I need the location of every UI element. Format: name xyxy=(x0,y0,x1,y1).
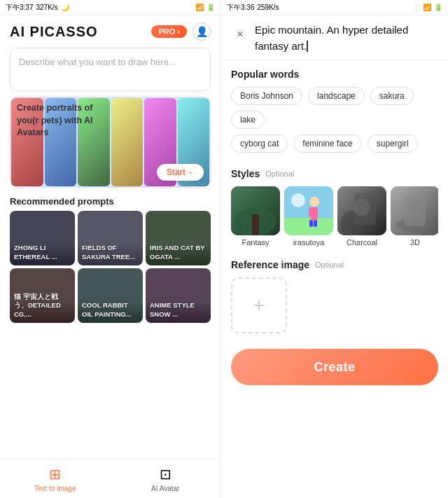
prompt-card-3[interactable]: IRIS AND CAT BY OGATA ... xyxy=(146,211,211,265)
prompt-card-1-text: ZHONG LI ETHEREAL ... xyxy=(14,244,71,261)
nav-text-to-image[interactable]: ⊞ Text to image xyxy=(0,462,111,497)
create-button[interactable]: Create xyxy=(231,349,438,385)
app-title: AI PICASSO xyxy=(10,24,98,40)
speed-right: 259K/s xyxy=(257,4,279,11)
battery-right: 🔋 xyxy=(434,4,442,11)
status-bar-left: 下午3:37 327K/s 🌙 📶 🔋 xyxy=(0,0,220,15)
reference-upload-box[interactable]: + xyxy=(231,277,287,333)
svg-point-7 xyxy=(309,197,319,207)
prompt-card-4[interactable]: 猫 宇宙人と戦う、DETAILED CG,... xyxy=(10,268,75,323)
status-left-right: 下午3:36 259K/s xyxy=(227,3,279,13)
popular-title: Popular words xyxy=(231,69,438,80)
app-header: AI PICASSO PRO › 👤 xyxy=(0,15,220,45)
left-panel: 下午3:37 327K/s 🌙 📶 🔋 AI PICASSO PRO › 👤 xyxy=(0,0,221,498)
prompt-card-6[interactable]: ANIME STYLE SNOW ... xyxy=(146,268,211,323)
prompt-card-5[interactable]: COOL RABBIT OIL PAINTING... xyxy=(78,268,143,323)
battery-left: 🔋 xyxy=(206,4,215,11)
speed-left: 327K/s xyxy=(36,4,57,11)
tags-row-2: cyborg cat feminine face supergirl xyxy=(231,134,438,153)
bottom-nav: ⊞ Text to image ⊡ AI Avatar xyxy=(0,459,220,498)
tag-landscape[interactable]: landscape xyxy=(308,87,365,105)
style-thumb-charcoal xyxy=(337,186,386,235)
style-irasutoya-label: irasutoya xyxy=(293,238,325,247)
prompt-card-1[interactable]: ZHONG LI ETHEREAL ... xyxy=(10,211,75,265)
user-avatar[interactable]: 👤 xyxy=(192,22,211,41)
style-irasutoya[interactable]: irasutoya xyxy=(284,186,333,247)
svg-rect-12 xyxy=(314,220,317,227)
svg-point-16 xyxy=(354,199,370,216)
prompt-placeholder: Describe what you want to draw here... xyxy=(19,57,176,67)
svg-rect-5 xyxy=(284,218,333,235)
signal-icons-right: 📶 xyxy=(423,4,431,11)
prompt-card-3-text: IRIS AND CAT BY OGATA ... xyxy=(150,244,206,261)
avatar-thumb-4 xyxy=(111,98,144,186)
start-button[interactable]: Start→ xyxy=(157,164,204,181)
prompt-card-2-text: FIELDS OF SAKURA TREE... xyxy=(82,244,139,261)
tag-lake[interactable]: lake xyxy=(231,111,265,129)
popular-section: Popular words Boris Johnson landscape sa… xyxy=(221,60,448,161)
style-fantasy[interactable]: Fantasy xyxy=(231,186,280,247)
svg-rect-9 xyxy=(309,207,313,217)
avatar-promo-banner: Create portraits of you(r pets) with AI … xyxy=(10,97,211,188)
signal-icons-left: 📶 xyxy=(195,4,204,11)
tag-supergirl[interactable]: supergirl xyxy=(368,134,418,153)
pro-arrow-icon: › xyxy=(177,27,180,36)
search-content: Epic mountain. An hyper detailed fantasy… xyxy=(255,24,408,52)
prompt-card-2[interactable]: FIELDS OF SAKURA TREE... xyxy=(78,211,143,265)
pro-badge[interactable]: PRO › xyxy=(151,25,187,38)
person-icon: 👤 xyxy=(196,26,208,37)
ai-avatar-icon: ⊡ xyxy=(160,466,172,483)
svg-rect-11 xyxy=(309,220,313,227)
ai-avatar-label: AI Avatar xyxy=(151,485,179,492)
tag-cyborg-cat[interactable]: cyborg cat xyxy=(231,134,288,153)
svg-point-6 xyxy=(291,193,305,207)
style-3d[interactable]: 3D xyxy=(391,186,438,247)
styles-title: Styles Optional xyxy=(231,168,438,179)
moon-icon: 🌙 xyxy=(61,4,69,11)
time-left: 下午3:37 xyxy=(6,3,33,13)
svg-rect-10 xyxy=(314,207,318,217)
style-charcoal[interactable]: Charcoal xyxy=(337,186,386,247)
prompts-grid: ZHONG LI ETHEREAL ... FIELDS OF SAKURA T… xyxy=(0,211,220,323)
create-btn-area: Create xyxy=(221,342,448,396)
reference-section: Reference image Optional + xyxy=(221,252,448,342)
recommended-label: Recommended prompts xyxy=(0,193,220,211)
style-fantasy-label: Fantasy xyxy=(241,238,269,247)
styles-row: Fantasy xyxy=(231,186,438,249)
style-thumb-fantasy xyxy=(231,186,280,235)
plus-icon: + xyxy=(253,294,265,317)
styles-section: Styles Optional xyxy=(221,161,448,252)
text-cursor xyxy=(307,41,308,52)
style-thumb-3d xyxy=(391,186,438,235)
status-right-left: 📶 🔋 xyxy=(195,4,215,11)
reference-optional: Optional xyxy=(315,261,344,269)
styles-optional: Optional xyxy=(265,170,294,178)
tags-row-1: Boris Johnson landscape sakura lake xyxy=(231,87,438,129)
status-right-right: 📶 🔋 xyxy=(423,4,442,11)
prompt-input[interactable]: Describe what you want to draw here... xyxy=(10,48,211,91)
text-to-image-icon: ⊞ xyxy=(49,466,61,483)
right-panel: 下午3:36 259K/s 📶 🔋 × Epic mountain. An hy… xyxy=(221,0,448,498)
style-thumb-irasutoya xyxy=(284,186,333,235)
search-area: × Epic mountain. An hyper detailed fanta… xyxy=(221,15,448,60)
status-bar-right: 下午3:36 259K/s 📶 🔋 xyxy=(221,0,448,15)
prompt-card-6-text: ANIME STYLE SNOW ... xyxy=(150,301,206,319)
svg-rect-19 xyxy=(405,197,426,226)
avatar-promo-text: Create portraits of you(r pets) with AI … xyxy=(17,102,115,139)
status-left: 下午3:37 327K/s 🌙 xyxy=(6,3,69,13)
search-text[interactable]: Epic mountain. An hyper detailed fantasy… xyxy=(255,22,438,54)
tag-sakura[interactable]: sakura xyxy=(370,87,414,105)
svg-rect-3 xyxy=(252,214,259,235)
close-button[interactable]: × xyxy=(231,25,249,43)
tag-feminine-face[interactable]: feminine face xyxy=(293,134,361,153)
style-3d-label: 3D xyxy=(410,238,420,247)
time-right: 下午3:36 xyxy=(227,3,254,13)
tag-boris-johnson[interactable]: Boris Johnson xyxy=(231,87,302,105)
style-charcoal-label: Charcoal xyxy=(346,238,377,247)
text-to-image-label: Text to image xyxy=(34,485,76,492)
nav-ai-avatar[interactable]: ⊡ AI Avatar xyxy=(111,462,221,497)
prompt-card-5-text: COOL RABBIT OIL PAINTING... xyxy=(82,301,139,319)
reference-title: Reference image Optional xyxy=(231,259,438,270)
prompt-card-4-text: 猫 宇宙人と戦う、DETAILED CG,... xyxy=(14,293,71,319)
